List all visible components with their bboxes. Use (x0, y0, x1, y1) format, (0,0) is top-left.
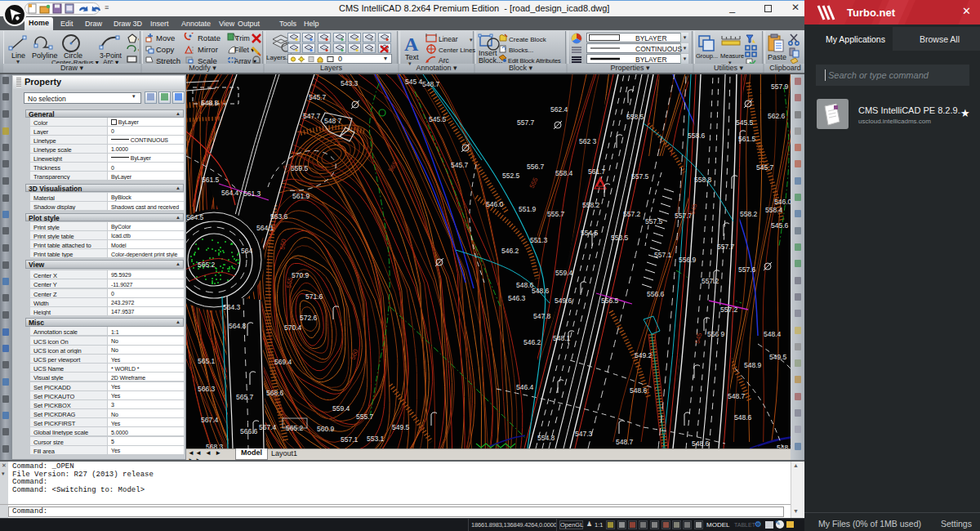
svg-text:557.2: 557.2 (702, 277, 719, 285)
svg-text:▾: ▾ (408, 60, 412, 65)
svg-text:Text: Text (405, 53, 419, 61)
svg-text:549.6: 549.6 (555, 297, 572, 305)
svg-text:Paste: Paste (768, 53, 786, 61)
svg-text:564.4: 564.4 (221, 189, 239, 197)
svg-text:545.7: 545.7 (309, 93, 327, 101)
svg-text:545.7: 545.7 (756, 163, 774, 172)
svg-text:564.3: 564.3 (223, 303, 241, 311)
svg-text:556.7: 556.7 (527, 163, 545, 171)
svg-text:546.0: 546.0 (774, 198, 791, 206)
svg-text:548.4: 548.4 (764, 330, 782, 338)
svg-text:Copy: Copy (156, 45, 174, 54)
svg-text:▾: ▾ (16, 58, 20, 64)
svg-text:546.2: 546.2 (523, 338, 541, 346)
svg-text:564.8: 564.8 (229, 322, 247, 330)
svg-text:▾: ▾ (138, 47, 139, 53)
svg-text:548.1: 548.1 (553, 334, 571, 342)
svg-text:551.3: 551.3 (530, 236, 548, 244)
svg-text:Scale: Scale (198, 56, 217, 64)
svg-text:562.6: 562.6 (768, 112, 786, 120)
svg-text:556 9: 556 9 (707, 330, 725, 338)
svg-text:Linear: Linear (439, 35, 458, 43)
svg-text:558.2: 558.2 (740, 210, 758, 218)
svg-text:553.5: 553.5 (611, 234, 629, 242)
svg-text:Group...: Group... (696, 52, 718, 60)
svg-text:545 4: 545 4 (405, 78, 423, 86)
svg-text:548.7: 548.7 (728, 392, 746, 400)
svg-text:570.4: 570.4 (284, 324, 302, 332)
svg-text:552.5: 552.5 (502, 172, 520, 180)
svg-text:548.6: 548.6 (734, 413, 752, 422)
svg-text:548.7: 548.7 (422, 80, 440, 88)
svg-text:554.8: 554.8 (537, 434, 555, 442)
svg-text:557.1: 557.1 (341, 435, 359, 444)
svg-text:561.7: 561.7 (588, 167, 606, 176)
svg-text:558.8: 558.8 (694, 176, 712, 184)
svg-text:557.2: 557.2 (720, 306, 738, 314)
svg-text:565.7: 565.7 (236, 393, 254, 401)
svg-text:548 7: 548 7 (324, 117, 342, 125)
svg-text:557.5: 557.5 (645, 217, 663, 225)
svg-text:564.5: 564.5 (186, 213, 204, 221)
svg-text:Rotate: Rotate (198, 33, 220, 42)
svg-text:Move: Move (156, 33, 175, 42)
svg-text:551.9: 551.9 (519, 205, 537, 213)
svg-text:567.4: 567.4 (259, 423, 277, 431)
svg-text:548.7: 548.7 (616, 438, 634, 446)
svg-text:545.5: 545.5 (736, 118, 754, 127)
svg-text:▾: ▾ (470, 37, 473, 42)
svg-text:549.5: 549.5 (769, 353, 787, 361)
svg-text:Stretch: Stretch (156, 56, 180, 64)
svg-text:548.8: 548.8 (201, 99, 219, 107)
svg-text:564.1: 564.1 (256, 224, 274, 232)
svg-text:545.7: 545.7 (451, 161, 469, 169)
svg-text:572.6: 572.6 (300, 314, 318, 322)
svg-text:561.3: 561.3 (243, 190, 261, 198)
svg-text:566.6: 566.6 (240, 427, 258, 435)
svg-text:568.6: 568.6 (266, 389, 284, 397)
svg-text:557.7: 557.7 (517, 118, 535, 127)
svg-text:563.6: 563.6 (270, 212, 288, 221)
svg-text:547.8: 547.8 (533, 312, 551, 320)
svg-text:562 3: 562 3 (579, 137, 597, 145)
svg-text:547.3: 547.3 (575, 430, 593, 438)
svg-text:558.5: 558.5 (626, 113, 644, 121)
svg-text:545.6: 545.6 (771, 221, 789, 230)
svg-text:555.7: 555.7 (356, 413, 374, 421)
svg-text:546.0: 546.0 (486, 200, 504, 208)
svg-text:Arc: Arc (439, 56, 450, 65)
svg-text:556.9: 556.9 (679, 256, 697, 264)
svg-text:553.1: 553.1 (367, 435, 385, 443)
svg-text:554.5: 554.5 (581, 229, 599, 237)
svg-text:543.3: 543.3 (341, 79, 359, 87)
svg-text:558.4: 558.4 (555, 169, 573, 177)
svg-text:548.6: 548.6 (516, 281, 534, 289)
svg-text:558.2: 558.2 (582, 201, 600, 209)
svg-text:558.4: 558.4 (765, 206, 783, 214)
svg-text:557.9: 557.9 (771, 83, 789, 91)
svg-text:546.3: 546.3 (508, 294, 526, 302)
svg-text:546.2: 546.2 (501, 247, 519, 255)
svg-text:556.5: 556.5 (601, 297, 619, 305)
svg-text:548.9: 548.9 (744, 361, 762, 369)
svg-text:Edit Block Attributes: Edit Block Attributes (508, 57, 561, 64)
svg-text:561.9: 561.9 (292, 192, 310, 200)
svg-text:557.7: 557.7 (717, 243, 735, 251)
svg-text:548.6: 548.6 (630, 386, 648, 395)
svg-text:561.5: 561.5 (738, 135, 756, 143)
svg-text:571.6: 571.6 (305, 292, 323, 301)
svg-text:562.4: 562.4 (550, 105, 568, 114)
svg-text:564: 564 (241, 247, 252, 255)
svg-text:Center Lines ▾: Center Lines ▾ (439, 47, 476, 54)
svg-text:549.5: 549.5 (392, 423, 410, 431)
svg-text:A: A (404, 33, 419, 55)
svg-text:567.4: 567.4 (201, 416, 219, 424)
svg-text:Arc ▾: Arc ▾ (103, 58, 119, 64)
svg-text:Create Block: Create Block (509, 36, 547, 43)
svg-text:547.7: 547.7 (303, 112, 321, 120)
svg-text:565.1: 565.1 (198, 357, 216, 365)
svg-text:559.4: 559.4 (332, 404, 350, 413)
svg-text:568.3: 568.3 (206, 443, 224, 448)
svg-text:559.4: 559.4 (555, 269, 573, 277)
svg-text:Measure: Measure (720, 52, 744, 60)
